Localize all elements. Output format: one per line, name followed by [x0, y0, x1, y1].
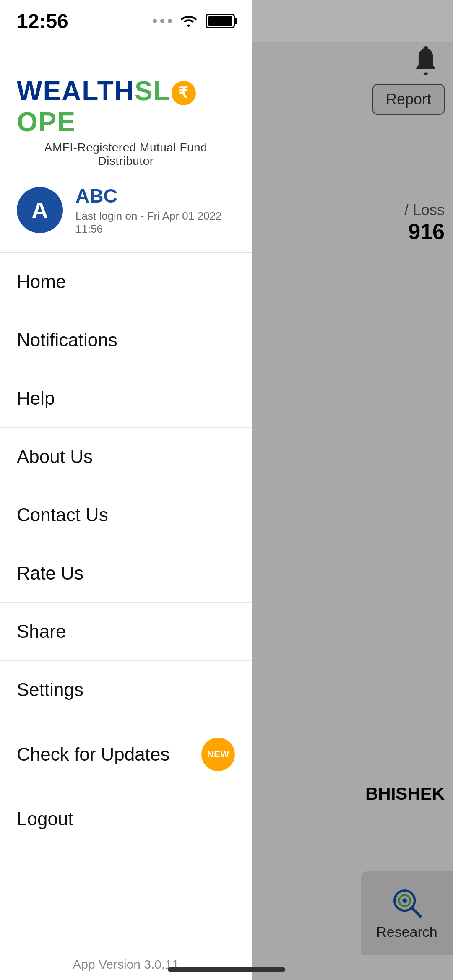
- menu-item-share[interactable]: Share: [0, 603, 252, 661]
- sidebar-header: WEALTHSL₹OPE AMFI-Registered Mutual Fund…: [0, 42, 252, 253]
- menu-item-label: Check for Updates: [17, 744, 169, 765]
- new-badge: NEW: [201, 738, 235, 771]
- sidebar: 12:56 WEALTHSL₹OPE: [0, 0, 252, 980]
- menu-item-label: Settings: [17, 679, 83, 700]
- app-version: App Version 3.0.11: [0, 945, 252, 980]
- logo-wealth-text: WEALTH: [17, 76, 135, 106]
- menu-item-notifications[interactable]: Notifications: [0, 311, 252, 369]
- logo: WEALTHSL₹OPE AMFI-Registered Mutual Fund…: [17, 75, 235, 168]
- menu-item-label: Notifications: [17, 330, 117, 351]
- status-icons: [153, 13, 235, 29]
- menu-item-about-us[interactable]: About Us: [0, 428, 252, 486]
- battery-icon: [206, 14, 235, 28]
- logo-pe-text: OPE: [17, 107, 76, 137]
- user-info: ABC Last login on - Fri Apr 01 2022 11:5…: [76, 185, 235, 236]
- user-last-login: Last login on - Fri Apr 01 2022 11:56: [76, 210, 235, 236]
- wifi-icon: [179, 13, 199, 29]
- overlay[interactable]: [252, 0, 453, 980]
- logo-coin-icon: ₹: [172, 81, 196, 105]
- menu-item-label: About Us: [17, 446, 93, 467]
- menu-item-label: Contact Us: [17, 504, 108, 525]
- menu-item-contact-us[interactable]: Contact Us: [0, 486, 252, 544]
- menu-item-check-for-updates[interactable]: Check for UpdatesNEW: [0, 719, 252, 790]
- user-name: ABC: [76, 185, 235, 207]
- menu-item-home[interactable]: Home: [0, 253, 252, 311]
- status-time: 12:56: [17, 10, 68, 33]
- avatar: A: [17, 187, 63, 233]
- logo-container: WEALTHSL₹OPE AMFI-Registered Mutual Fund…: [17, 75, 235, 168]
- menu-item-label: Rate Us: [17, 563, 83, 584]
- sidebar-status-bar: 12:56: [0, 0, 252, 42]
- logo-s-text: SL: [135, 76, 171, 106]
- menu-list: HomeNotificationsHelpAbout UsContact UsR…: [0, 253, 252, 945]
- menu-item-label: Help: [17, 388, 55, 409]
- menu-item-rate-us[interactable]: Rate Us: [0, 544, 252, 603]
- home-indicator: [168, 967, 285, 972]
- user-section: A ABC Last login on - Fri Apr 01 2022 11…: [17, 185, 235, 236]
- menu-item-logout[interactable]: Logout: [0, 790, 252, 848]
- menu-item-settings[interactable]: Settings: [0, 661, 252, 719]
- signal-dots-icon: [153, 19, 172, 23]
- menu-item-label: Home: [17, 271, 66, 292]
- menu-item-label: Share: [17, 621, 66, 642]
- menu-item-label: Logout: [17, 808, 73, 829]
- logo-tagline: AMFI-Registered Mutual Fund Distributor: [17, 141, 235, 168]
- menu-item-help[interactable]: Help: [0, 369, 252, 428]
